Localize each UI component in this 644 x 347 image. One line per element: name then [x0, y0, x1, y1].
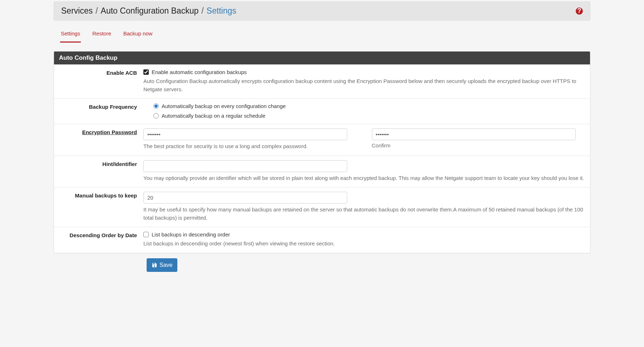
settings-panel: Auto Config Backup Enable ACB Enable aut… [54, 51, 590, 253]
manual-backups-helper: It may be useful to specify how many man… [143, 206, 586, 222]
encryption-password-confirm-input[interactable] [372, 128, 576, 140]
encryption-password-helper: The best practice for security is to use… [143, 142, 358, 151]
tab-settings[interactable]: Settings [60, 29, 81, 43]
save-icon [152, 262, 157, 268]
enable-acb-checkbox[interactable] [143, 69, 149, 75]
save-button-label: Save [159, 262, 172, 268]
tab-backup-now[interactable]: Backup now [123, 29, 153, 42]
row-manual-backups: Manual backups to keep It may be useful … [54, 187, 590, 227]
tabs: Settings Restore Backup now [54, 20, 590, 43]
checkbox-row-descending[interactable]: List backups in descending order [143, 231, 586, 238]
row-enable-acb: Enable ACB Enable automatic configuratio… [54, 64, 590, 98]
descending-order-helper: List backups in descending order (newest… [143, 240, 586, 248]
label-enable-acb: Enable ACB [54, 65, 143, 98]
label-hint-identifier: Hint/Identifier [54, 156, 143, 187]
row-backup-frequency: Backup Frequency Automatically backup on… [54, 98, 590, 124]
panel-title: Auto Config Backup [54, 52, 590, 64]
page-header: Services / Auto Configuration Backup / S… [54, 1, 590, 20]
frequency-radio-every-change[interactable] [153, 103, 159, 109]
manual-backups-input[interactable] [143, 192, 347, 204]
row-encryption-password: Encryption Password The best practice fo… [54, 124, 590, 156]
tab-restore[interactable]: Restore [92, 29, 112, 42]
frequency-option1-label: Automatically backup on every configurat… [162, 103, 286, 109]
descending-order-checkbox-label: List backups in descending order [152, 231, 230, 238]
row-descending-order: Descending Order by Date List backups in… [54, 227, 590, 253]
save-button[interactable]: Save [147, 258, 177, 272]
hint-identifier-input[interactable] [143, 160, 347, 172]
breadcrumb-level1[interactable]: Services [61, 6, 93, 16]
row-hint-identifier: Hint/Identifier You may optionally provi… [54, 156, 590, 187]
hint-identifier-helper: You may optionally provide an identifier… [143, 174, 586, 182]
help-icon[interactable]: ? [576, 8, 583, 15]
enable-acb-checkbox-label: Enable automatic configuration backups [152, 69, 247, 75]
enable-acb-helper: Auto Configuration Backup automatically … [143, 77, 586, 93]
breadcrumb-separator: / [201, 6, 203, 16]
breadcrumb-level3: Settings [207, 6, 236, 16]
radio-row-frequency-every-change[interactable]: Automatically backup on every configurat… [153, 103, 586, 109]
frequency-option2-label: Automatically backup on a regular schedu… [162, 113, 265, 119]
label-backup-frequency: Backup Frequency [54, 99, 143, 124]
save-row: Save [54, 253, 590, 272]
checkbox-row-enable-acb[interactable]: Enable automatic configuration backups [143, 69, 586, 75]
breadcrumb-level2[interactable]: Auto Configuration Backup [101, 6, 199, 16]
frequency-radio-schedule[interactable] [153, 113, 159, 118]
encryption-password-confirm-label: Confirm [372, 142, 586, 148]
label-manual-backups: Manual backups to keep [54, 187, 143, 227]
encryption-password-input[interactable] [143, 128, 347, 140]
descending-order-checkbox[interactable] [143, 232, 149, 237]
breadcrumb-separator: / [95, 6, 98, 16]
radio-row-frequency-schedule[interactable]: Automatically backup on a regular schedu… [153, 113, 586, 119]
label-encryption-password: Encryption Password [54, 124, 143, 156]
breadcrumb: Services / Auto Configuration Backup / S… [61, 6, 236, 16]
label-descending-order: Descending Order by Date [54, 227, 143, 253]
